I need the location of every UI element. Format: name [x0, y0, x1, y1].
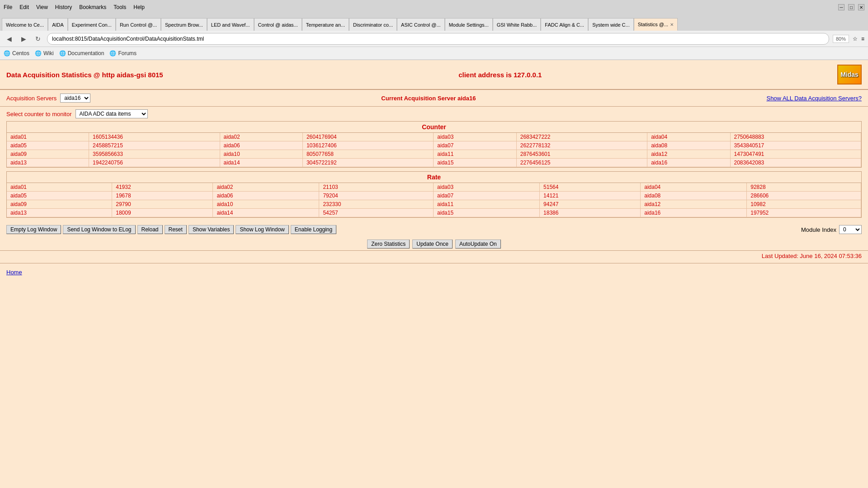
server-name-cell: aida14 — [220, 159, 302, 167]
bookmark-icon: 🌐 — [109, 50, 116, 56]
menu-edit[interactable]: Edit — [19, 4, 29, 10]
bookmark-icon[interactable]: ☆ — [853, 36, 858, 42]
page-title: Data Acquisition Statistics @ http aidas… — [6, 71, 163, 79]
maximize-button[interactable]: □ — [848, 4, 854, 10]
tab-fadc[interactable]: FADC Align & C... — [541, 18, 588, 31]
send-log-button[interactable]: Send Log Window to ELog — [63, 225, 135, 234]
title-bar: File Edit View History Bookmarks Tools H… — [0, 0, 868, 14]
counter-monitor-select[interactable]: AIDA ADC data items — [75, 109, 148, 118]
update-once-button[interactable]: Update Once — [412, 239, 453, 249]
address-input[interactable] — [47, 33, 829, 45]
server-bar: Acquisition Servers aida16 Current Acqui… — [0, 90, 868, 107]
home-link[interactable]: Home — [6, 269, 22, 276]
bookmark-icon: 🌐 — [35, 50, 42, 56]
show-variables-button[interactable]: Show Variables — [189, 225, 234, 234]
rate-value-cell: 79204 — [319, 192, 434, 200]
server-name-cell: aida02 — [213, 183, 319, 192]
zoom-level: 80% — [833, 35, 849, 43]
buttons-left: Empty Log Window Send Log Window to ELog… — [6, 225, 336, 234]
tab-statistics[interactable]: Statistics @... ✕ — [634, 18, 678, 31]
buttons-bar: Empty Log Window Send Log Window to ELog… — [0, 221, 868, 238]
rate-value-cell: 19678 — [112, 192, 213, 200]
server-select[interactable]: aida16 — [60, 94, 90, 103]
tab-runcontrol[interactable]: Run Control @... — [116, 18, 161, 31]
counter-value-cell: 2683427222 — [516, 133, 647, 141]
counter-value-cell: 2750648883 — [730, 133, 861, 141]
table-row: aida0141932aida0221103aida0351564aida049… — [7, 183, 861, 192]
show-log-button[interactable]: Show Log Window — [236, 225, 288, 234]
tab-asic[interactable]: ASIC Control @... — [397, 18, 445, 31]
tab-discriminator[interactable]: Discriminator co... — [349, 18, 397, 31]
menu-tools[interactable]: Tools — [113, 4, 126, 10]
menu-icon[interactable]: ≡ — [861, 36, 864, 42]
browser-chrome: File Edit View History Bookmarks Tools H… — [0, 0, 868, 60]
menu-help[interactable]: Help — [133, 4, 145, 10]
menu-file[interactable]: File — [4, 4, 12, 10]
tab-aida[interactable]: AIDA — [48, 18, 68, 31]
counter-value-cell: 3543840517 — [730, 141, 861, 150]
tab-led[interactable]: LED and Wavef... — [207, 18, 254, 31]
bookmark-wiki[interactable]: 🌐 Wiki — [35, 50, 54, 56]
counter-value-cell: 1036127406 — [302, 141, 433, 150]
server-name-cell: aida12 — [647, 150, 730, 159]
rate-value-cell: 54257 — [319, 209, 434, 217]
server-name-cell: aida05 — [7, 141, 89, 150]
server-name-cell: aida09 — [7, 200, 112, 209]
menu-view[interactable]: View — [36, 4, 48, 10]
rate-value-cell: 94247 — [540, 200, 641, 209]
table-row: aida011605134436aida022604176904aida0326… — [7, 133, 861, 141]
rate-value-cell: 51564 — [540, 183, 641, 192]
empty-log-button[interactable]: Empty Log Window — [6, 225, 61, 234]
tab-temperature[interactable]: Temperature an... — [302, 18, 349, 31]
show-all-servers-link[interactable]: Show ALL Data Acquisition Servers? — [766, 95, 862, 102]
server-name-cell: aida15 — [434, 209, 540, 217]
zero-statistics-button[interactable]: Zero Statistics — [367, 239, 410, 249]
table-row: aida0519678aida0679204aida0714121aida082… — [7, 192, 861, 200]
bookmark-icon: 🌐 — [59, 50, 66, 56]
minimize-button[interactable]: ─ — [838, 4, 844, 10]
reload-browser-button[interactable]: ↻ — [33, 33, 43, 44]
menu-bookmarks[interactable]: Bookmarks — [79, 4, 106, 10]
server-name-cell: aida01 — [7, 183, 112, 192]
rate-value-cell: 10982 — [747, 200, 861, 209]
reload-button[interactable]: Reload — [137, 225, 163, 234]
counter-value-cell: 2604176904 — [302, 133, 433, 141]
tab-spectrum[interactable]: Spectrum Brow... — [161, 18, 207, 31]
forward-button[interactable]: ▶ — [18, 33, 29, 44]
menu-history[interactable]: History — [55, 4, 72, 10]
current-server: Current Acquisition Server aida16 — [381, 95, 476, 102]
close-button[interactable]: ✕ — [858, 4, 864, 10]
bookmark-forums[interactable]: 🌐 Forums — [109, 50, 137, 56]
footer-divider — [0, 263, 868, 263]
tab-welcome[interactable]: Welcome to Ce... — [2, 18, 48, 31]
table-row: aida1318009aida1454257aida1518386aida161… — [7, 209, 861, 217]
auto-update-button[interactable]: AutoUpdate On — [455, 239, 501, 249]
tab-control[interactable]: Control @ aidas... — [254, 18, 302, 31]
server-name-cell: aida12 — [641, 200, 747, 209]
tab-gsi[interactable]: GSI White Rabb... — [493, 18, 541, 31]
enable-logging-button[interactable]: Enable Logging — [291, 225, 336, 234]
counter-value-cell: 2876453601 — [516, 150, 647, 159]
module-index-label: Module Index — [801, 226, 836, 233]
bookmark-centos[interactable]: 🌐 Centos — [4, 50, 29, 56]
menu-bar: File Edit View History Bookmarks Tools H… — [4, 4, 145, 10]
nav-bar: ◀ ▶ ↻ 80% ☆ ≡ — [0, 31, 868, 47]
server-name-cell: aida10 — [213, 200, 319, 209]
tab-module[interactable]: Module Settings... — [445, 18, 493, 31]
rate-section: Rate aida0141932aida0221103aida0351564ai… — [6, 171, 862, 218]
server-name-cell: aida06 — [213, 192, 319, 200]
back-button[interactable]: ◀ — [4, 33, 14, 44]
reset-button[interactable]: Reset — [165, 225, 187, 234]
server-name-cell: aida07 — [434, 192, 540, 200]
bookmark-documentation[interactable]: 🌐 Documentation — [59, 50, 104, 56]
tab-experiment[interactable]: Experiment Con... — [68, 18, 116, 31]
counter-value-cell: 1605134436 — [89, 133, 220, 141]
server-name-cell: aida08 — [641, 192, 747, 200]
last-updated: Last Updated: June 16, 2024 07:53:36 — [0, 250, 868, 261]
module-index-select[interactable]: 0 — [839, 225, 862, 234]
rate-value-cell: 286606 — [747, 192, 861, 200]
tab-close-icon[interactable]: ✕ — [670, 22, 674, 27]
counter-value-cell: 2276456125 — [516, 159, 647, 167]
server-name-cell: aida03 — [434, 133, 516, 141]
tab-systemwide[interactable]: System wide C... — [588, 18, 634, 31]
